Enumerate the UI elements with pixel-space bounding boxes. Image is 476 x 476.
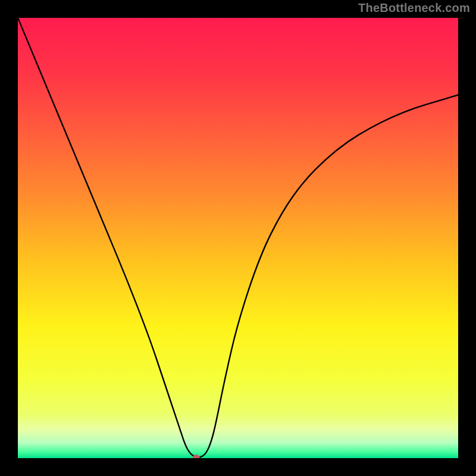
plot-area [18,18,458,458]
gradient-bg [18,18,458,458]
watermark-label: TheBottleneck.com [358,1,470,15]
chart-stage: TheBottleneck.com [0,0,476,476]
chart-svg [18,18,458,458]
